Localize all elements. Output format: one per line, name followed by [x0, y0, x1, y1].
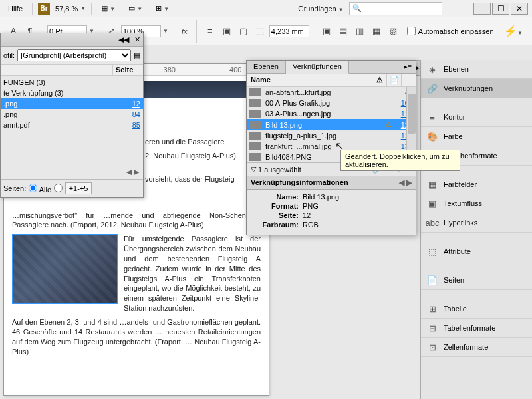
panel-icon: ◈ — [426, 64, 438, 74]
zoom-level[interactable]: 57,8 % ▼ — [55, 5, 86, 13]
links-header: Name ⚠ 📄 — [247, 74, 416, 87]
thumbnail-icon — [249, 142, 261, 150]
gpu-icon[interactable]: ⚡▼ — [504, 25, 529, 37]
thumbnail-icon — [249, 153, 261, 161]
sidebar-item[interactable]: ▦Farbfelder — [421, 175, 532, 194]
scroll-arrows[interactable]: ◀ ▶ — [1, 165, 143, 179]
panel-label: Textumfluss — [444, 200, 482, 207]
panel-icon: 🔗 — [426, 83, 438, 94]
link-info-header[interactable]: Verknüpfungsinformationen ◀ ▶ — [247, 176, 416, 190]
arrange-icon[interactable]: ⊞ ▼ — [152, 3, 173, 14]
tab-layers[interactable]: Ebenen — [247, 61, 286, 73]
gear-icon[interactable]: ▤ — [134, 51, 140, 60]
tooltip: Geändert. Doppelklicken, um zu aktualisi… — [340, 150, 460, 171]
panel-label: Verknüpfungen — [444, 84, 493, 92]
fit-icon-2[interactable]: ▤ — [336, 24, 350, 39]
panel-footer: Seiten: Alle +1-+5 — [1, 179, 143, 197]
tree-row[interactable]: annt.pdf85 — [1, 120, 143, 130]
link-row[interactable]: 03 A-Plus...ngen.jpg11 — [247, 108, 416, 119]
close-icon[interactable]: ✕ — [134, 35, 140, 44]
fit-icon-5[interactable]: ▧ — [386, 24, 400, 39]
help-menu[interactable]: Hilfe — [4, 3, 27, 14]
pages-label: Seiten: — [3, 184, 26, 192]
panel-tabs: Ebenen Verknüpfungen ▸≡ — [247, 61, 416, 74]
expand-icon[interactable]: ▽ — [251, 165, 256, 174]
profile-select[interactable]: [Grundprofil] (Arbeitsprofil) — [17, 49, 131, 61]
preflight-panel: ◀◀✕ ofil: [Grundprofil] (Arbeitsprofil) … — [0, 33, 144, 198]
separator — [32, 3, 33, 15]
sidebar-item[interactable]: ◈Ebenen — [421, 60, 532, 79]
maximize-button[interactable]: ☐ — [492, 3, 509, 15]
separator — [91, 3, 92, 15]
panel-label: Farbe — [444, 132, 463, 140]
view-options-icon[interactable]: ▦ ▼ — [97, 3, 119, 14]
links-panel: Ebenen Verknüpfungen ▸≡ Name ⚠ 📄 an-abfa… — [246, 60, 416, 235]
collapse-icon[interactable]: ◀◀ — [118, 35, 129, 44]
sidebar-item[interactable]: ▣Textumfluss — [421, 194, 532, 213]
panel-label: Attribute — [444, 247, 471, 255]
minimize-button[interactable]: — — [473, 3, 491, 15]
thumbnail-icon — [249, 110, 261, 118]
corner-value-input[interactable] — [269, 25, 309, 37]
align-icon[interactable]: ≡ — [203, 24, 217, 39]
tree-row[interactable]: te Verknüpfung (3) — [1, 88, 143, 98]
status-column[interactable]: ⚠ — [372, 74, 386, 86]
page-column[interactable]: 📄 — [386, 74, 401, 86]
panel-label: Tabellenformate — [444, 324, 495, 332]
panel-icon: ⊟ — [426, 323, 438, 333]
error-tree[interactable]: FUNGEN (3) te Verknüpfung (3) .png12 .pn… — [1, 76, 143, 132]
all-pages-radio[interactable]: Alle — [29, 184, 51, 194]
fit-icon-3[interactable]: ▥ — [352, 24, 367, 39]
workspace-switcher[interactable]: Grundlagen ▼ — [298, 5, 343, 13]
sidebar-item[interactable]: ⬚Attribute — [421, 242, 532, 261]
sidebar-item[interactable]: 📄Seiten — [421, 271, 532, 290]
panel-icon: ▦ — [426, 179, 438, 190]
selection-count: 1 ausgewählt — [258, 166, 301, 174]
panel-menu-icon[interactable]: ▸≡ — [400, 61, 416, 73]
fx-icon[interactable]: fx. — [178, 24, 193, 39]
body-text: eren und die Passagiere — [145, 137, 261, 147]
panel-label: Zellenformate — [444, 343, 488, 351]
panel-icon: abc — [426, 217, 438, 228]
zoom-value: 57,8 % — [55, 5, 78, 13]
panel-titlebar[interactable]: ◀◀✕ — [1, 33, 143, 47]
link-row[interactable]: Bild 13.png⚠12 — [247, 119, 416, 130]
tree-row[interactable]: .png12 — [1, 98, 143, 109]
fit-icon-1[interactable]: ▣ — [319, 24, 334, 39]
corner-icon[interactable]: ⬚ — [253, 24, 267, 39]
sidebar-item[interactable]: ⊡Zellenformate — [421, 338, 532, 357]
link-row[interactable]: flugsteig_a-plus_1.jpg12 — [247, 130, 416, 141]
scroll-thumb[interactable] — [408, 94, 416, 134]
bridge-icon[interactable]: Br — [38, 3, 50, 15]
range-input[interactable]: +1-+5 — [65, 182, 92, 194]
tree-row[interactable]: FUNGEN (3) — [1, 77, 143, 88]
panel-icon: ▣ — [426, 198, 438, 209]
search-input[interactable]: 🔍 — [349, 2, 442, 15]
sidebar-item[interactable]: ⊞Tabelle — [421, 299, 532, 319]
nav-arrows[interactable]: ◀ ▶ — [399, 178, 412, 187]
close-button[interactable]: ✕ — [511, 3, 528, 15]
name-column[interactable]: Name — [247, 74, 372, 86]
range-radio[interactable] — [54, 184, 63, 194]
sidebar-item[interactable]: 🎨Farbe — [421, 127, 532, 146]
panel-icon: 📄 — [426, 275, 438, 285]
image-frame[interactable] — [137, 81, 261, 98]
sidebar-item[interactable]: ≡Kontur — [421, 108, 532, 127]
wrap2-icon[interactable]: ▢ — [236, 24, 251, 39]
link-row[interactable]: an-abfahrt...kfurt.jpg4 — [247, 87, 416, 98]
auto-fit-checkbox[interactable]: Automatisch einpassen — [407, 27, 494, 35]
wrap-icon[interactable]: ▣ — [219, 24, 234, 39]
sidebar-item[interactable]: 🔗Verknüpfungen — [421, 79, 532, 98]
fit-icon-4[interactable]: ▦ — [369, 24, 384, 39]
selected-image-frame[interactable] — [12, 234, 118, 304]
sidebar-item[interactable]: ⊟Tabellenformate — [421, 319, 532, 338]
screen-mode-icon[interactable]: ▭ ▼ — [124, 3, 146, 14]
tab-links[interactable]: Verknüpfungen — [286, 61, 349, 74]
link-row[interactable]: 00 A-Plus Grafik.jpg10 — [247, 98, 416, 108]
page-column-header[interactable]: Seite — [112, 65, 143, 75]
tree-row[interactable]: .png84 — [1, 109, 143, 120]
chevron-down-icon[interactable]: ▼ — [163, 28, 168, 34]
chevron-down-icon: ▼ — [80, 5, 86, 11]
sidebar-item[interactable]: abcHyperlinks — [421, 213, 532, 233]
panel-label: Ebenen — [444, 65, 469, 73]
